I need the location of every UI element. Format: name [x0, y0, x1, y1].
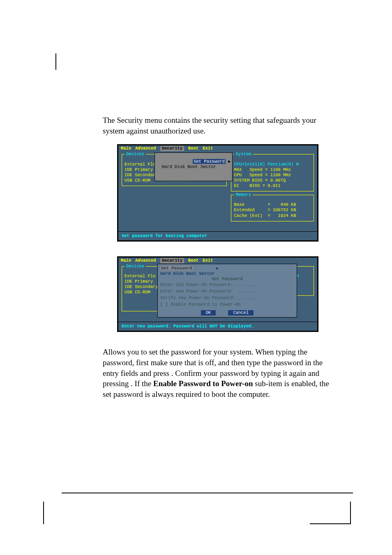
bios-menu-bar-2: Main Advanced Security Boot Exit [118, 258, 317, 264]
dlg-top-item1: Set Password [160, 266, 193, 271]
memory-title: Memory [234, 192, 253, 198]
menu-main: Main [121, 146, 131, 151]
dlg-verify-password: Verify new Power-On Password: ........ [160, 295, 294, 302]
intro-paragraph: The Security menu contains the security … [103, 115, 333, 136]
dlg-new-password: Enter new Power-On Password: ........ [160, 288, 294, 295]
sys-cpu: CPU=Intel(R) Pentium(R) M [234, 162, 311, 167]
menu-main-2: Main [121, 258, 131, 263]
sys-ec-bios: EC BIOS = 0.0I1 [234, 183, 311, 189]
menu-advanced-2: Advanced [135, 258, 156, 263]
crop-mark-bottom-left [43, 502, 44, 524]
dlg-old-password: Enter old Power-On Password: ........ [160, 282, 294, 288]
devices-panel: Devices Set Password ▶ Hard Disk Boot Se… [122, 154, 227, 186]
menu-exit: Exit [203, 146, 213, 151]
dlg-enable-checkbox: [ ] Enable Password to Power-On [160, 302, 294, 308]
popup-hdd-boot-sector: Hard Disk Boot Sector [157, 164, 231, 170]
mem-base: Base = 640 KB [234, 202, 311, 207]
dlg-title: Set Password [160, 276, 294, 282]
crop-mark-corner-v [350, 502, 351, 524]
dlg-cancel-button: Cancel [228, 310, 254, 315]
mem-cache: Cache (Ext) = 1024 KB [234, 213, 311, 219]
menu-boot: Boot [188, 146, 198, 151]
popup-set-password: Set Password [193, 159, 226, 164]
devices-title-2: Devices [125, 264, 146, 269]
sys-cpu-speed: CPU Speed = 1100 MHz [234, 173, 311, 178]
system-title: System [234, 152, 253, 157]
dlg-ok-button: OK [201, 310, 216, 315]
crop-mark-corner-h [310, 523, 351, 524]
bios-screenshot-1: Main Advanced Security Boot Exit Devices… [117, 144, 318, 242]
security-popup: Set Password ▶ Hard Disk Boot Sector [154, 152, 233, 181]
system-panel: System CPU=Intel(R) Pentium(R) M MAX Spe… [231, 154, 314, 191]
bold-enable-password: Enable Password to Power-on [153, 379, 253, 388]
menu-exit-2: Exit [203, 258, 213, 263]
menu-security: Security [160, 146, 184, 151]
closing-paragraph: Allows you to set the password for your … [103, 347, 333, 399]
sys-bios: SYSTEM BIOS = 0.00TQ [234, 178, 311, 183]
devices-title: Devices [125, 152, 146, 157]
crop-mark-top [55, 53, 56, 70]
menu-security-2: Security [160, 258, 184, 263]
memory-panel: Memory Base = 640 KB Extended = 330752 K… [231, 195, 314, 221]
bios-screenshot-2: Main Advanced Security Boot Exit Devices… [117, 256, 318, 332]
bios-menu-bar: Main Advanced Security Boot Exit [118, 145, 317, 152]
set-password-dialog: Set Password ▶ Hard Disk Boot Sector Set… [157, 264, 297, 318]
menu-boot-2: Boot [188, 258, 198, 263]
menu-advanced: Advanced [135, 146, 156, 151]
page-footer-rule [62, 493, 353, 493]
dlg-top-item2: Hard Disk Boot Sector [160, 271, 294, 276]
status-bar-2: Enter new password. Password will NOT be… [118, 322, 317, 331]
sys-max-speed: MAX Speed = 1100 MHz [234, 167, 311, 173]
status-bar-1: Set password for booting computer [118, 231, 317, 240]
mem-extended: Extended = 330752 KB [234, 207, 311, 213]
